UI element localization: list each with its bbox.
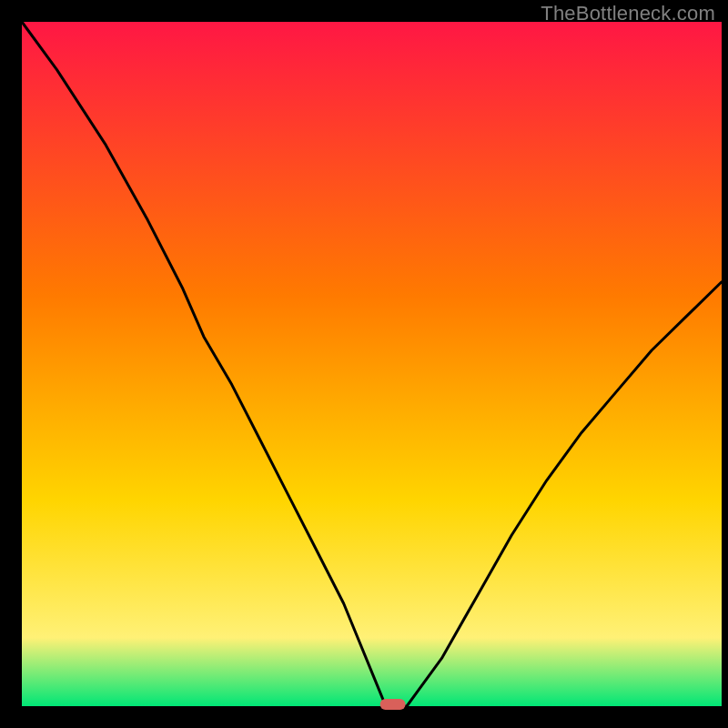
chart-frame: { "watermark": "TheBottleneck.com", "cha… — [0, 0, 728, 728]
gradient-background — [22, 22, 722, 706]
watermark-text: TheBottleneck.com — [541, 2, 715, 25]
optimum-marker — [380, 699, 406, 710]
bottleneck-chart — [0, 0, 728, 728]
